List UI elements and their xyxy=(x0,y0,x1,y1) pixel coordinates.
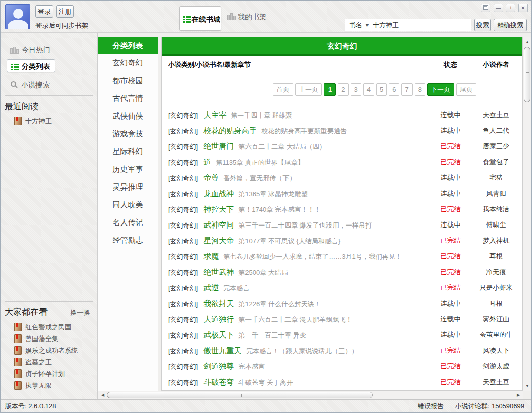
error-report-link[interactable]: 错误报告 xyxy=(418,402,444,410)
my-shelf-button[interactable]: 我的书架 xyxy=(227,13,266,22)
row-author: 蚕茧里的牛 xyxy=(465,327,527,343)
sidebar-item-hot[interactable]: 今日热门 xyxy=(7,43,55,56)
skin-button[interactable] xyxy=(481,4,490,12)
page-button[interactable]: 8 xyxy=(415,83,425,96)
row-status: 已完结 xyxy=(434,374,467,390)
refresh-link[interactable]: 换一换 xyxy=(70,308,90,317)
page-button[interactable]: 6 xyxy=(389,83,399,96)
hot-book-item[interactable]: 盗墓之王 xyxy=(14,358,52,366)
row-book-title[interactable]: 傲世九重天 xyxy=(203,346,241,355)
search-input[interactable]: 书名▼十方神王 xyxy=(345,19,471,31)
category-item[interactable]: 历史军事 xyxy=(98,160,158,178)
row-book-title[interactable]: 武极天下 xyxy=(203,330,234,339)
maximize-button[interactable]: + xyxy=(506,4,515,12)
page-button[interactable]: 2 xyxy=(338,83,348,96)
vertical-scroll-thumb[interactable] xyxy=(524,47,530,102)
discussion-group-label: 小说讨论群: 150590699 xyxy=(455,402,524,410)
vertical-scrollbar[interactable]: ▲ ▼ xyxy=(523,37,531,391)
row-latest-chapter[interactable]: 校花的贴身高手更新重要通告 xyxy=(261,127,347,135)
row-book-title[interactable]: 校花的贴身高手 xyxy=(203,126,257,135)
list-icon xyxy=(11,64,19,70)
row-latest-chapter[interactable]: 第六百二十二章 大结局（四） xyxy=(238,143,326,151)
avatar[interactable] xyxy=(5,4,30,29)
page-button[interactable]: 3 xyxy=(351,83,361,96)
category-item[interactable]: 玄幻奇幻 xyxy=(98,54,158,71)
my-shelf-label: 我的书架 xyxy=(238,13,266,21)
row-latest-chapter[interactable]: 完本感言！（跟大家说说话儿（三）） xyxy=(246,347,358,355)
row-latest-chapter[interactable]: 第七卷几多轮回少一人求魔，结束了……3月1号，我们再见！ xyxy=(223,253,401,260)
register-button[interactable]: 注册 xyxy=(56,5,74,18)
row-book-title[interactable]: 龙血战神 xyxy=(203,189,234,198)
category-item[interactable]: 游戏竞技 xyxy=(98,125,158,142)
search-field-selector[interactable]: 书名 xyxy=(349,21,362,29)
page-button[interactable]: 5 xyxy=(376,83,387,96)
row-latest-chapter[interactable]: 第1135章 真正的世界【尾章】 xyxy=(216,159,304,166)
row-latest-chapter[interactable]: 完本感言 xyxy=(223,284,250,292)
row-book-title[interactable]: 星河大帝 xyxy=(203,236,234,245)
scroll-left-arrow[interactable]: ◀ xyxy=(99,391,106,399)
minimize-button[interactable]: — xyxy=(494,4,503,12)
hot-book-item[interactable]: 娱乐之成功者系统 xyxy=(14,346,78,355)
page-button[interactable]: 4 xyxy=(363,83,374,96)
row-latest-chapter[interactable]: 番外篇，宣无邪传（下） xyxy=(223,174,296,182)
hot-book-item[interactable]: 执掌无限 xyxy=(14,381,52,390)
recent-book-item[interactable]: 十方神王 xyxy=(14,117,52,125)
book-title: 十方神王 xyxy=(25,117,52,125)
category-item[interactable]: 武侠仙侠 xyxy=(98,107,158,125)
row-latest-chapter[interactable]: 第1365章 冰晶神龙雕塑 xyxy=(238,190,308,198)
row-book-title[interactable]: 武神空间 xyxy=(203,220,234,229)
scroll-right-arrow[interactable]: ▶ xyxy=(515,391,522,399)
row-latest-chapter[interactable]: 第2500章 大结局 xyxy=(238,269,288,276)
search-button[interactable]: 搜索 xyxy=(474,19,491,31)
page-button[interactable]: 下一页 xyxy=(427,83,454,96)
category-item[interactable]: 星际科幻 xyxy=(98,142,158,160)
sidebar-item-categories[interactable]: 分类列表 xyxy=(7,59,55,72)
row-book-title[interactable]: 我欲封天 xyxy=(203,299,234,308)
page-button[interactable]: 7 xyxy=(401,83,412,96)
category-item[interactable]: 都市校园 xyxy=(98,71,158,89)
row-latest-chapter[interactable]: 第一千四十章 群雄聚 xyxy=(231,111,292,119)
hot-book-item[interactable]: 红色警戒之民国 xyxy=(14,323,71,331)
hot-book-item[interactable]: 曾国藩全集 xyxy=(14,334,58,343)
exact-search-button[interactable]: 精确搜索 xyxy=(494,19,527,31)
online-store-button[interactable]: 在线书城 xyxy=(179,6,221,31)
avatar-head xyxy=(13,9,23,19)
row-latest-chapter[interactable]: 第！1740章 完本感言！！！ xyxy=(238,206,321,213)
scroll-up-arrow[interactable]: ▲ xyxy=(523,39,531,46)
page-button[interactable]: 尾页 xyxy=(456,83,476,96)
close-button[interactable]: ✕ xyxy=(518,4,528,12)
row-book-title[interactable]: 道 xyxy=(203,158,211,166)
row-book-title[interactable]: 绝世武神 xyxy=(203,268,234,276)
page-button[interactable]: 1 xyxy=(324,83,336,96)
row-latest-chapter[interactable]: 完本感言 xyxy=(238,363,265,370)
page-button[interactable]: 上一页 xyxy=(295,83,322,96)
row-book-title[interactable]: 武逆 xyxy=(203,283,219,292)
category-item[interactable]: 灵异推理 xyxy=(98,178,158,196)
hot-book-item[interactable]: 贞子怀孕计划 xyxy=(14,369,65,378)
scroll-down-arrow[interactable]: ▼ xyxy=(523,383,531,390)
row-book-title[interactable]: 斗破苍穹 xyxy=(203,378,234,386)
row-latest-chapter[interactable]: 第1077章 不可思议 {大结局和感言} xyxy=(238,237,340,245)
row-latest-chapter[interactable]: 斗破苍穹 关于离开 xyxy=(238,379,293,386)
row-latest-chapter[interactable]: 第1226章 什么什么封天诀！ xyxy=(238,300,321,308)
category-item[interactable]: 同人耽美 xyxy=(98,196,158,213)
row-latest-chapter[interactable]: 第三千一百二十四章 爆发了也没用，一样吊打 xyxy=(238,221,372,229)
row-book-title[interactable]: 大道独行 xyxy=(203,315,234,323)
row-latest-chapter[interactable]: 第二千二百三十章 异变 xyxy=(238,331,306,339)
category-item[interactable]: 古代言情 xyxy=(98,89,158,107)
row-latest-chapter[interactable]: 第一千六百二十二章 漫天肥羊飘飘飞！ xyxy=(238,316,352,323)
row-book-title[interactable]: 求魔 xyxy=(203,252,219,260)
row-book-title[interactable]: 绝世唐门 xyxy=(203,142,234,151)
row-book-title[interactable]: 帝尊 xyxy=(203,173,219,182)
row-book-title[interactable]: 大主宰 xyxy=(203,110,226,119)
row-book-title[interactable]: 神控天下 xyxy=(203,205,234,213)
category-item[interactable]: 名人传记 xyxy=(98,213,158,231)
row-book-title[interactable]: 剑道独尊 xyxy=(203,362,234,370)
row-category: [玄幻奇幻] xyxy=(168,253,198,260)
horizontal-scrollbar[interactable]: ◀ ▶ xyxy=(98,391,523,399)
page-button[interactable]: 首页 xyxy=(273,83,293,96)
login-button[interactable]: 登录 xyxy=(35,5,53,18)
horizontal-scroll-thumb[interactable] xyxy=(107,392,373,398)
sidebar-item-search[interactable]: 小说搜索 xyxy=(7,78,55,91)
category-item[interactable]: 经管励志 xyxy=(98,231,158,249)
